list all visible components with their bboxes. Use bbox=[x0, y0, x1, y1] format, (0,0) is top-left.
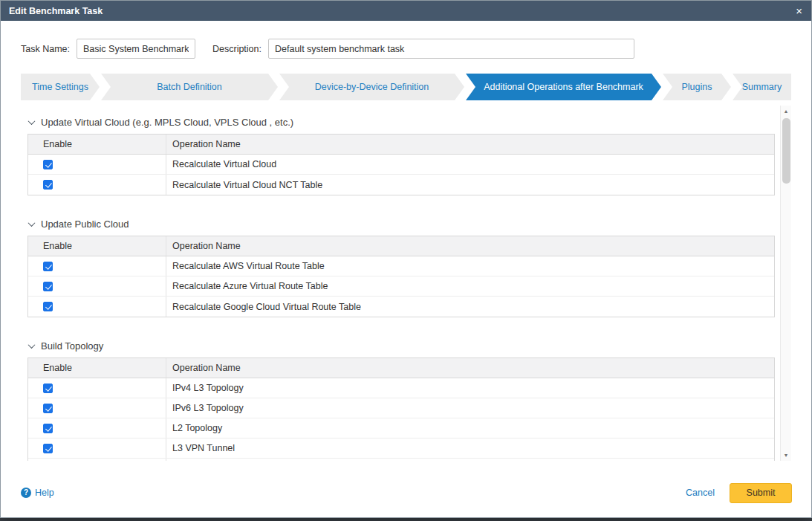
operations-table: Enable Operation Name Recalculate Virtua… bbox=[27, 134, 775, 195]
section-title: Update Virtual Cloud (e.g. MPLS Cloud, V… bbox=[41, 117, 293, 128]
help-label: Help bbox=[35, 488, 54, 498]
wizard-tab-label: Batch Definition bbox=[157, 82, 222, 92]
table-header-row: Enable Operation Name bbox=[28, 358, 774, 378]
operations-table: Enable Operation Name Recalculate AWS Vi… bbox=[27, 236, 775, 317]
enable-cell bbox=[28, 439, 166, 458]
section-header[interactable]: Update Virtual Cloud (e.g. MPLS Cloud, V… bbox=[29, 114, 775, 129]
description-label: Description: bbox=[212, 44, 262, 54]
wizard-tab-5[interactable]: Summary bbox=[733, 74, 791, 100]
wizard-tab-label: Additional Operations after Benchmark bbox=[484, 82, 643, 92]
table-row: Recalculate Google Cloud Virtual Route T… bbox=[28, 297, 774, 317]
scrollbar-thumb[interactable] bbox=[782, 118, 790, 184]
table-row: Recalculate Azure Virtual Route Table bbox=[28, 276, 774, 297]
operation-name-label: Recalculate Google Cloud Virtual Route T… bbox=[172, 302, 361, 312]
dialog-titlebar: Edit Benchmark Task × bbox=[1, 1, 811, 21]
column-header-enable: Enable bbox=[28, 135, 166, 154]
wizard-tab-4[interactable]: Plugins bbox=[663, 74, 731, 100]
column-header-enable: Enable bbox=[28, 358, 166, 378]
chevron-down-icon bbox=[28, 117, 36, 125]
enable-cell bbox=[28, 398, 166, 418]
wizard-tab-0[interactable]: Time Settings bbox=[21, 74, 100, 100]
column-header-operation-name: Operation Name bbox=[166, 135, 774, 154]
table-row: Recalculate Virtual Cloud NCT Table bbox=[28, 175, 774, 195]
enable-checkbox[interactable] bbox=[43, 384, 53, 393]
operation-name-cell: Recalculate Google Cloud Virtual Route T… bbox=[166, 297, 774, 317]
edit-benchmark-task-dialog: Edit Benchmark Task × Task Name: Descrip… bbox=[0, 0, 812, 518]
table-row: IPv4 L3 Topology bbox=[28, 378, 774, 398]
scrollbar-down-arrow-icon[interactable]: ▼ bbox=[781, 450, 791, 461]
enable-cell bbox=[28, 155, 166, 174]
section-title: Update Public Cloud bbox=[41, 219, 129, 230]
operation-name-label: IPv6 L3 Topology bbox=[172, 403, 244, 413]
operation-section: Build Topology Enable Operation Name IPv… bbox=[27, 338, 775, 461]
enable-checkbox[interactable] bbox=[43, 424, 53, 433]
wizard-tab-3[interactable]: Additional Operations after Benchmark bbox=[466, 74, 661, 100]
enable-checkbox[interactable] bbox=[43, 262, 53, 271]
wizard-tab-label: Summary bbox=[742, 82, 782, 92]
table-body: Recalculate Virtual Cloud Recalculate Vi… bbox=[28, 155, 774, 195]
enable-checkbox[interactable] bbox=[43, 444, 53, 453]
wizard-tab-label: Plugins bbox=[682, 82, 712, 92]
section-header[interactable]: Update Public Cloud bbox=[29, 216, 775, 231]
wizard-tab-label: Time Settings bbox=[32, 82, 88, 92]
enable-cell bbox=[28, 297, 166, 317]
operation-name-cell: Recalculate Virtual Cloud NCT Table bbox=[166, 175, 774, 195]
enable-cell bbox=[28, 418, 166, 438]
table-row: L3 VPN Tunnel bbox=[28, 439, 774, 459]
scrollbar-up-arrow-icon[interactable]: ▲ bbox=[781, 106, 791, 117]
dialog-title: Edit Benchmark Task bbox=[9, 6, 103, 16]
operation-name-cell: L2 Topology bbox=[166, 418, 774, 438]
wizard-tab-2[interactable]: Device-by-Device Definition bbox=[279, 74, 464, 100]
task-form-row: Task Name: Description: bbox=[21, 39, 791, 59]
enable-checkbox[interactable] bbox=[43, 404, 53, 413]
vertical-scrollbar[interactable]: ▲ ▼ bbox=[780, 106, 791, 461]
operations-content: Update Virtual Cloud (e.g. MPLS Cloud, V… bbox=[21, 106, 791, 461]
enable-checkbox[interactable] bbox=[43, 180, 53, 190]
operation-name-cell: Logical Topology bbox=[166, 459, 774, 461]
operation-name-cell: Recalculate Azure Virtual Route Table bbox=[166, 276, 774, 296]
table-row: IPv6 L3 Topology bbox=[28, 398, 774, 418]
enable-cell bbox=[28, 459, 166, 461]
operation-name-label: Recalculate AWS Virtual Route Table bbox=[172, 261, 325, 271]
operations-table: Enable Operation Name IPv4 L3 Topology I… bbox=[27, 357, 775, 461]
operation-name-label: Recalculate Virtual Cloud bbox=[172, 159, 276, 169]
chevron-down-icon bbox=[28, 341, 36, 349]
help-icon: ? bbox=[21, 488, 31, 498]
enable-checkbox[interactable] bbox=[43, 302, 53, 311]
column-header-operation-name: Operation Name bbox=[166, 236, 774, 256]
column-header-operation-name: Operation Name bbox=[166, 358, 774, 378]
table-body: Recalculate AWS Virtual Route Table Reca… bbox=[28, 256, 774, 317]
section-title: Build Topology bbox=[41, 340, 103, 352]
close-icon[interactable]: × bbox=[796, 5, 802, 16]
sections-container: Update Virtual Cloud (e.g. MPLS Cloud, V… bbox=[21, 106, 791, 461]
task-name-input[interactable] bbox=[77, 39, 195, 59]
wizard-tab-1[interactable]: Batch Definition bbox=[101, 74, 278, 100]
operation-section: Update Virtual Cloud (e.g. MPLS Cloud, V… bbox=[27, 114, 775, 195]
cancel-button[interactable]: Cancel bbox=[686, 488, 715, 498]
enable-cell bbox=[28, 378, 166, 398]
operation-name-label: IPv4 L3 Topology bbox=[172, 383, 244, 393]
operation-section: Update Public Cloud Enable Operation Nam… bbox=[27, 216, 775, 317]
operation-name-label: Recalculate Azure Virtual Route Table bbox=[172, 281, 328, 291]
dialog-footer: ? Help Cancel Submit bbox=[1, 471, 811, 517]
operation-name-label: L2 Topology bbox=[172, 423, 222, 433]
description-input[interactable] bbox=[268, 39, 634, 59]
section-header[interactable]: Build Topology bbox=[29, 338, 775, 353]
table-row: L2 Topology bbox=[28, 418, 774, 439]
submit-button[interactable]: Submit bbox=[730, 483, 792, 503]
operation-name-cell: IPv6 L3 Topology bbox=[166, 398, 774, 418]
chevron-down-icon bbox=[28, 219, 36, 227]
table-row: Logical Topology bbox=[28, 459, 774, 461]
table-row: Recalculate AWS Virtual Route Table bbox=[28, 256, 774, 276]
help-link[interactable]: ? Help bbox=[21, 488, 54, 498]
table-row: Recalculate Virtual Cloud bbox=[28, 155, 774, 175]
enable-checkbox[interactable] bbox=[43, 160, 53, 169]
operation-name-cell: Recalculate AWS Virtual Route Table bbox=[166, 256, 774, 276]
task-name-label: Task Name: bbox=[21, 44, 70, 54]
operation-name-cell: IPv4 L3 Topology bbox=[166, 378, 774, 398]
enable-cell bbox=[28, 175, 166, 195]
column-header-enable: Enable bbox=[28, 236, 166, 256]
enable-checkbox[interactable] bbox=[43, 282, 53, 291]
operation-name-cell: Recalculate Virtual Cloud bbox=[166, 155, 774, 174]
wizard-tab-label: Device-by-Device Definition bbox=[315, 82, 429, 92]
